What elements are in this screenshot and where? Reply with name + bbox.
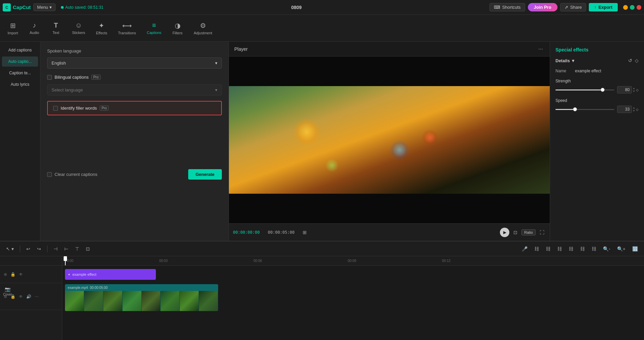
- split-button-2[interactable]: ⊢: [62, 245, 70, 253]
- tool-text-label: Text: [53, 31, 59, 35]
- tool-import[interactable]: ⊞ Import: [3, 19, 23, 38]
- link-button-2[interactable]: ⛓: [544, 245, 552, 253]
- track-lock-icon[interactable]: 🔒: [9, 271, 16, 278]
- join-pro-button[interactable]: Join Pro: [528, 3, 557, 11]
- toolbar-separator-1: [20, 245, 20, 252]
- speed-slider-fill: [555, 109, 575, 110]
- auto-lyrics-button[interactable]: Auto lyrics: [2, 79, 38, 89]
- speed-up-button[interactable]: ▲: [633, 107, 635, 109]
- strength-slider-track[interactable]: [555, 89, 614, 90]
- video-clip-thumbnails: [65, 291, 218, 311]
- tool-audio-label: Audio: [30, 31, 39, 35]
- cover-button[interactable]: 📷 Cover: [0, 287, 15, 296]
- speed-slider-thumb[interactable]: [573, 107, 577, 111]
- reset-button[interactable]: ↺: [628, 58, 632, 63]
- close-button[interactable]: [637, 5, 641, 10]
- speed-keyframe-icon[interactable]: ◇: [636, 108, 639, 111]
- grid-view-button[interactable]: ⊞: [301, 228, 308, 236]
- link-button-3[interactable]: ⛓: [555, 245, 564, 253]
- import-icon: ⊞: [10, 22, 16, 30]
- adjustment-icon: ⚙: [200, 22, 206, 30]
- maximize-button[interactable]: [630, 5, 635, 10]
- tool-effects[interactable]: ✦ Effects: [91, 19, 112, 38]
- timeline-toolbar-right: 🎤 ⛓ ⛓ ⛓ ⛓ ⛓ ⛓ 🔍- 🔍+ 🔢: [520, 245, 640, 253]
- delete-button[interactable]: ⊡: [84, 245, 92, 253]
- link-button-1[interactable]: ⛓: [532, 245, 541, 253]
- video-track-controls: ⊕ 🔒 👁 🔊 ⋯ 📷 Cover: [0, 283, 62, 310]
- fullscreen-button[interactable]: ⛶: [538, 228, 546, 236]
- track-add-icon[interactable]: ⊕: [3, 271, 8, 278]
- link-button-4[interactable]: ⛓: [567, 245, 575, 253]
- strength-down-button[interactable]: ▼: [633, 90, 635, 93]
- menu-button[interactable]: Menu ▾: [33, 3, 56, 11]
- split-button-3[interactable]: ⊤: [73, 245, 81, 253]
- redo-button[interactable]: ↪: [35, 245, 43, 253]
- diamond-button[interactable]: ◇: [635, 58, 639, 63]
- total-time: 00:00:05:00: [268, 230, 294, 235]
- captions-icon: ≡: [152, 22, 156, 29]
- clear-captions-checkbox[interactable]: [47, 172, 52, 177]
- player-menu-button[interactable]: ⋯: [537, 45, 544, 53]
- identify-filler-checkbox[interactable]: [53, 106, 58, 111]
- strength-spinner[interactable]: ▲ ▼: [633, 87, 635, 93]
- counter-button[interactable]: 🔢: [630, 245, 640, 253]
- tool-stickers[interactable]: ☺ Stickers: [67, 19, 90, 37]
- video-clip[interactable]: example.mp4 00:00:05:00: [65, 284, 218, 311]
- undo-button[interactable]: ↩: [24, 245, 32, 253]
- bilingual-pro-badge: Pro: [91, 75, 101, 80]
- tool-filters[interactable]: ◑ Filters: [167, 19, 188, 38]
- language-dropdown[interactable]: English ▾: [47, 58, 222, 69]
- strength-up-button[interactable]: ▲: [633, 87, 635, 90]
- zoom-in-button[interactable]: 🔍+: [615, 245, 628, 253]
- keyboard-icon: ⌨: [494, 5, 500, 10]
- link-button-6[interactable]: ⛓: [589, 245, 598, 253]
- thumb-3: [103, 291, 123, 311]
- effects-icon: ✦: [99, 22, 104, 30]
- zoom-out-button[interactable]: 🔍-: [601, 245, 612, 253]
- ruler-mark-3: 00:09: [348, 259, 356, 263]
- mic-button[interactable]: 🎤: [520, 245, 530, 253]
- thumb-6: [161, 291, 180, 311]
- shortcuts-button[interactable]: ⌨ Shortcuts: [489, 3, 525, 11]
- tool-captions[interactable]: ≡ Captions: [142, 19, 166, 37]
- tool-text[interactable]: T Text: [46, 19, 66, 37]
- clear-captions-label: Clear current captions: [55, 172, 97, 177]
- tool-adjustment[interactable]: ⚙ Adjustment: [189, 19, 217, 38]
- minimize-button[interactable]: [623, 5, 628, 10]
- bilingual-captions-label: Bilingual captions: [55, 75, 89, 80]
- track-audio-icon[interactable]: 🔊: [25, 293, 32, 300]
- caption-text-button[interactable]: Caption te...: [2, 68, 38, 78]
- speed-down-button[interactable]: ▼: [633, 110, 635, 112]
- select-tool-button[interactable]: ↖ ▾: [4, 245, 16, 253]
- bilingual-language-dropdown[interactable]: Select language ▾: [47, 84, 222, 96]
- text-icon: T: [54, 22, 58, 29]
- timeline-tracks[interactable]: 00:00 00:03 00:06 00:09 00:12 ✦ example …: [62, 256, 644, 340]
- link-button-5[interactable]: ⛓: [578, 245, 587, 253]
- speed-spinner[interactable]: ▲ ▼: [633, 107, 635, 112]
- effect-clip[interactable]: ✦ example effect: [65, 269, 156, 280]
- track-eye-icon-2[interactable]: 👁: [18, 293, 24, 300]
- details-label: Details ▾: [555, 58, 574, 63]
- tool-audio[interactable]: ♪ Audio: [24, 19, 44, 37]
- track-eye-icon[interactable]: 👁: [18, 271, 24, 278]
- track-more-icon[interactable]: ⋯: [34, 293, 40, 300]
- ratio-button[interactable]: Ratio: [521, 229, 536, 235]
- player-title: Player: [234, 46, 248, 52]
- strength-param: Strength 80 ▲ ▼ ◇: [555, 79, 639, 93]
- add-captions-button[interactable]: Add captions: [2, 45, 38, 55]
- strength-slider-thumb[interactable]: [601, 88, 605, 92]
- tool-transitions[interactable]: ⟷ Transitions: [113, 19, 141, 38]
- bilingual-captions-checkbox[interactable]: [47, 75, 52, 80]
- share-button[interactable]: ⇗ Share: [560, 3, 586, 11]
- generate-button[interactable]: Generate: [188, 169, 222, 180]
- effect-clip-label: example effect: [72, 272, 96, 276]
- export-button[interactable]: ↑ Export: [589, 3, 618, 11]
- play-button[interactable]: ▶: [500, 228, 509, 237]
- speed-slider-track[interactable]: [555, 109, 614, 110]
- strength-keyframe-icon[interactable]: ◇: [636, 88, 639, 92]
- fullscreen-fit-button[interactable]: ⊡: [512, 228, 519, 236]
- strength-slider-fill: [555, 89, 603, 90]
- split-button-1[interactable]: ⊣: [52, 245, 60, 253]
- auto-captions-button[interactable]: Auto captio...: [2, 56, 38, 67]
- video-filename: example.mp4: [68, 286, 88, 290]
